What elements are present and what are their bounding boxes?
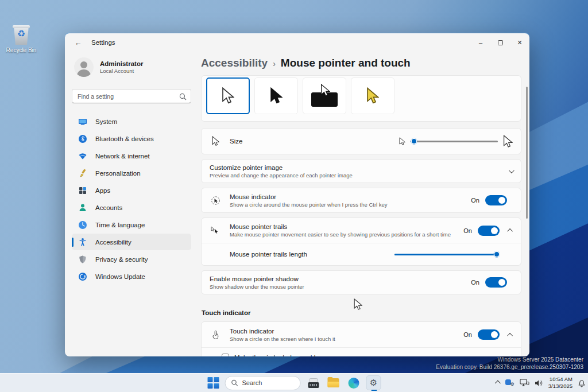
- bluetooth-icon: [78, 134, 87, 143]
- watermark-line2: Evaluation copy. Build 26376.ge_prerelea…: [436, 364, 583, 371]
- pointer-trails-state: On: [463, 227, 472, 234]
- sidebar-item-network[interactable]: Network & internet: [72, 148, 191, 164]
- pointer-style-inverted[interactable]: [303, 77, 346, 114]
- page-title: Mouse pointer and touch: [281, 57, 411, 69]
- tray-time: 10:54 AM: [548, 376, 572, 383]
- maximize-button[interactable]: [490, 33, 510, 52]
- touch-indicator-state: On: [463, 331, 472, 338]
- pointer-style-card: [201, 75, 521, 122]
- mouse-indicator-toggle[interactable]: [485, 195, 507, 205]
- shield-icon: [78, 255, 87, 264]
- volume-icon[interactable]: [535, 379, 543, 387]
- pointer-trails-icon: [210, 226, 221, 235]
- gear-icon: ⚙: [370, 379, 377, 387]
- tray-date: 3/13/2025: [548, 383, 572, 390]
- titlebar: ← Settings – ✕: [65, 33, 529, 52]
- slider-thumb[interactable]: [411, 138, 417, 145]
- scrollbar-thumb[interactable]: [526, 87, 528, 219]
- breadcrumb: Accessibility › Mouse pointer and touch: [198, 52, 529, 75]
- sidebar: Administrator Local Account System: [65, 52, 198, 356]
- paintbrush-icon: [78, 169, 87, 178]
- large-cursor-icon: [503, 135, 513, 148]
- sidebar-item-privacy-security[interactable]: Privacy & security: [72, 251, 191, 267]
- mouse-indicator-subtitle: Show a circle around the mouse pointer w…: [230, 201, 471, 208]
- sidebar-item-accessibility[interactable]: Accessibility: [72, 234, 191, 250]
- start-button[interactable]: [207, 377, 220, 389]
- edge-icon: [348, 378, 359, 389]
- file-explorer-icon: [328, 378, 339, 387]
- touch-hand-icon: [210, 330, 221, 340]
- sidebar-item-windows-update[interactable]: Windows Update: [72, 268, 191, 285]
- user-name: Administrator: [100, 60, 143, 67]
- yellow-cursor-icon: [366, 87, 379, 104]
- chevron-up-icon[interactable]: [507, 228, 513, 234]
- pointer-shadow-state: On: [471, 279, 479, 286]
- edge-button[interactable]: [346, 375, 361, 390]
- touch-indicator-card: Touch indicator Show a circle on the scr…: [201, 321, 521, 356]
- touch-indicator-subtitle: Show a circle on the screen where I touc…: [230, 336, 463, 342]
- slider-track[interactable]: [411, 141, 498, 142]
- mouse-indicator-row: Mouse indicator Show a circle around the…: [201, 188, 521, 213]
- touch-indicator-row[interactable]: Touch indicator Show a circle on the scr…: [202, 322, 521, 347]
- pointer-trails-title: Mouse pointer trails: [230, 223, 463, 230]
- pointer-trails-subtitle: Make mouse pointer movement easier to se…: [230, 231, 463, 238]
- wifi-icon: [78, 152, 87, 161]
- touch-option-row: Make the circle darker and larger: [202, 347, 521, 356]
- desktop: ♻ Recycle Bin Windows Server 2025 Datace…: [0, 0, 588, 392]
- sidebar-item-label: Personalization: [95, 170, 141, 177]
- pointer-style-custom[interactable]: [351, 77, 394, 114]
- sidebar-item-system[interactable]: System: [72, 113, 191, 130]
- sidebar-nav: System Bluetooth & devices Network & int…: [65, 113, 198, 285]
- server-manager-button[interactable]: [306, 375, 321, 390]
- taskbar-search[interactable]: Search: [225, 376, 301, 390]
- file-explorer-button[interactable]: [326, 375, 341, 390]
- search-icon: [231, 379, 238, 386]
- pointer-shadow-subtitle: Show shadow under the mouse pointer: [210, 284, 471, 290]
- trails-length-slider[interactable]: [394, 250, 498, 258]
- breadcrumb-parent[interactable]: Accessibility: [201, 57, 268, 69]
- taskbar-search-label: Search: [242, 379, 262, 386]
- pointer-style-white[interactable]: [206, 77, 250, 114]
- watermark-line1: Windows Server 2025 Datacenter: [436, 356, 583, 364]
- pointer-size-slider[interactable]: [411, 137, 498, 145]
- darker-larger-checkbox[interactable]: [222, 354, 229, 356]
- pointer-trails-card: Mouse pointer trails Make mouse pointer …: [201, 218, 521, 266]
- update-icon: [78, 272, 87, 281]
- chevron-down-icon[interactable]: [509, 168, 514, 173]
- user-account-block[interactable]: Administrator Local Account: [74, 57, 198, 77]
- pointer-shadow-title: Enable mouse pointer shadow: [210, 275, 471, 282]
- recycle-bin-desktop-icon[interactable]: ♻ Recycle Bin: [3, 24, 39, 53]
- sidebar-item-personalization[interactable]: Personalization: [72, 165, 191, 181]
- network-icon[interactable]: [520, 379, 529, 387]
- pointer-size-row: Size: [201, 128, 521, 154]
- sidebar-item-time-language[interactable]: Time & language: [72, 216, 191, 233]
- find-setting-input[interactable]: [72, 89, 191, 103]
- trails-length-label: Mouse pointer trails length: [230, 251, 394, 258]
- white-cursor-icon: [222, 87, 234, 104]
- pointer-style-black[interactable]: [254, 77, 298, 114]
- chevron-up-icon[interactable]: [507, 332, 513, 338]
- maximize-icon: [498, 40, 503, 45]
- pointer-shadow-toggle[interactable]: [485, 277, 507, 288]
- sidebar-item-label: Network & internet: [95, 153, 150, 160]
- account-type: Local Account: [100, 68, 143, 74]
- tray-expand-icon[interactable]: [495, 380, 501, 386]
- slider-thumb[interactable]: [494, 251, 500, 258]
- pointer-trails-toggle[interactable]: [478, 226, 500, 236]
- tray-app-icon[interactable]: ⚙: [505, 379, 514, 387]
- recycle-bin-label: Recycle Bin: [3, 47, 39, 53]
- minimize-button[interactable]: –: [471, 33, 490, 52]
- search-icon: [179, 92, 187, 103]
- close-button[interactable]: ✕: [510, 33, 529, 52]
- settings-button[interactable]: ⚙: [366, 375, 381, 390]
- sidebar-item-apps[interactable]: Apps: [72, 182, 191, 199]
- customize-pointer-row[interactable]: Customize pointer image Preview and chan…: [201, 159, 521, 183]
- sidebar-item-bluetooth[interactable]: Bluetooth & devices: [72, 130, 191, 147]
- back-button[interactable]: ←: [69, 36, 87, 49]
- pointer-trails-row[interactable]: Mouse pointer trails Make mouse pointer …: [202, 218, 521, 243]
- sidebar-item-label: Bluetooth & devices: [95, 135, 154, 142]
- sidebar-item-accounts[interactable]: Accounts: [72, 199, 191, 216]
- notifications-icon[interactable]: [578, 379, 586, 387]
- touch-indicator-toggle[interactable]: [478, 329, 500, 340]
- tray-clock[interactable]: 10:54 AM 3/13/2025: [548, 376, 572, 390]
